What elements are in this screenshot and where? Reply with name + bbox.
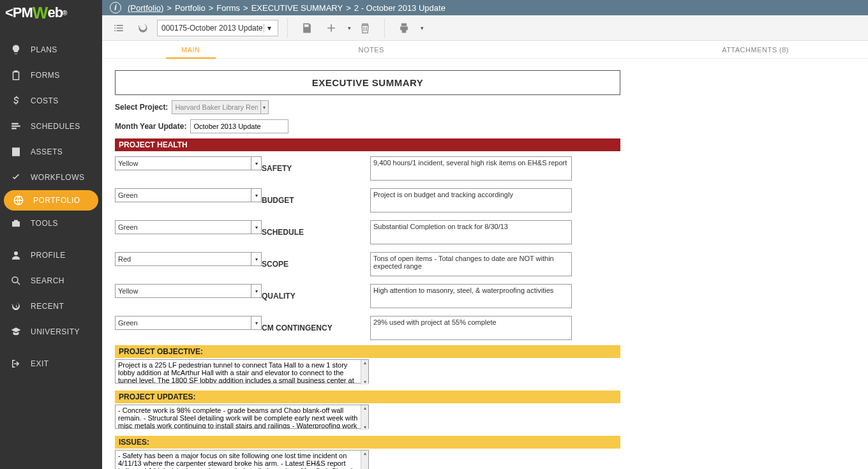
graduation-icon — [9, 325, 23, 339]
svg-point-1 — [14, 251, 18, 255]
nav-costs[interactable]: COSTS — [0, 88, 102, 114]
breadcrumb-bar: i (Portfolio) > Portfolio > Forms > EXEC… — [0, 0, 868, 15]
nav-label: TOOLS — [31, 219, 58, 228]
nav-label: PORTFOLIO — [33, 196, 80, 205]
list-view-button[interactable] — [108, 18, 129, 38]
nav-label: SEARCH — [31, 276, 64, 285]
health-scope-note[interactable]: Tons of open items - Total changes to da… — [370, 252, 572, 276]
dropdown-icon: ▾ — [251, 316, 261, 329]
health-cm-note[interactable]: 29% used with project at 55% complete — [370, 316, 572, 340]
nav-label: UNIVERSITY — [31, 327, 80, 336]
month-year-input[interactable] — [190, 119, 288, 133]
health-quality-combo[interactable]: Yellow▾ — [115, 284, 262, 298]
nav-profile[interactable]: PROFILE — [0, 242, 102, 268]
toolbox-icon — [9, 216, 23, 230]
health-budget-note[interactable]: Project is on budget and tracking accord… — [370, 188, 572, 212]
search-icon — [9, 274, 23, 288]
health-schedule-label: SCHEDULE — [262, 228, 370, 237]
history-icon — [9, 299, 23, 313]
health-safety-label: SAFETY — [262, 164, 370, 173]
section-project-health: PROJECT HEALTH — [115, 138, 620, 151]
health-schedule-note[interactable]: Substantial Completion on track for 8/30… — [370, 220, 572, 244]
record-value: 000175-October 2013 Update — [161, 24, 263, 33]
updates-textarea-wrap: ▴▾ — [115, 405, 369, 431]
tab-bar: MAIN NOTES ATTACHMENTS (8) — [102, 41, 868, 59]
health-scope-label: SCOPE — [262, 260, 370, 269]
info-icon[interactable]: i — [110, 2, 121, 13]
scrollbar[interactable]: ▴▾ — [361, 450, 368, 469]
select-project-combo[interactable]: Harvard Baker Library Renov ▾ — [172, 100, 269, 114]
scrollbar[interactable]: ▴▾ — [361, 405, 368, 430]
nav-recent[interactable]: RECENT — [0, 294, 102, 319]
breadcrumb-root[interactable]: (Portfolio) — [128, 3, 163, 13]
health-cm-combo[interactable]: Green▾ — [115, 316, 262, 330]
dropdown-icon: ▾ — [251, 157, 261, 170]
health-grid: Yellow▾ SAFETY 9,400 hours/1 incident, s… — [115, 156, 620, 340]
dollar-icon — [9, 94, 23, 108]
nav-label: FORMS — [31, 71, 60, 80]
print-button[interactable] — [394, 18, 414, 38]
nav-exit[interactable]: EXIT — [0, 351, 102, 376]
add-button[interactable] — [321, 18, 341, 38]
form-content: EXECUTIVE SUMMARY Select Project: Harvar… — [102, 59, 868, 469]
breadcrumb-part[interactable]: Portfolio — [175, 3, 206, 13]
main-panel: 000175-October 2013 Update ▾ ▾ ▾ MAIN NO… — [102, 15, 868, 469]
bars-icon — [9, 119, 23, 133]
tab-main[interactable]: MAIN — [166, 41, 216, 58]
nav-schedules[interactable]: SCHEDULES — [0, 114, 102, 139]
health-budget-combo[interactable]: Green▾ — [115, 188, 262, 202]
health-cm-label: CM CONTINGENCY — [262, 324, 370, 332]
nav-label: PROFILE — [31, 251, 66, 260]
form-title: EXECUTIVE SUMMARY — [115, 70, 620, 95]
select-project-label: Select Project: — [115, 103, 168, 112]
dropdown-icon: ▾ — [251, 285, 261, 297]
building-icon — [9, 145, 23, 159]
save-button[interactable] — [297, 18, 317, 38]
health-quality-note[interactable]: High attention to masonry, steel, & wate… — [370, 284, 572, 308]
nav-label: SCHEDULES — [31, 122, 80, 131]
health-quality-label: QUALITY — [262, 292, 370, 301]
exit-icon — [9, 357, 23, 371]
tab-notes[interactable]: NOTES — [343, 41, 400, 58]
nav-label: PLANS — [31, 45, 57, 54]
dropdown-icon: ▾ — [251, 221, 261, 234]
add-dropdown-icon[interactable]: ▾ — [348, 25, 351, 31]
health-safety-combo[interactable]: Yellow▾ — [115, 156, 262, 170]
nav-workflows[interactable]: WORKFLOWS — [0, 165, 102, 190]
objective-textarea[interactable] — [115, 359, 369, 383]
scrollbar[interactable]: ▴▾ — [361, 360, 368, 385]
nav-portfolio[interactable]: PORTFOLIO — [4, 190, 98, 211]
breadcrumb-part[interactable]: Forms — [216, 3, 240, 13]
section-issues: ISSUES: — [115, 436, 620, 449]
issues-textarea-wrap: ▴▾ — [115, 450, 369, 469]
updates-textarea[interactable] — [115, 405, 369, 429]
dropdown-icon: ▾ — [251, 189, 261, 202]
nav-assets[interactable]: ASSETS — [0, 139, 102, 165]
delete-button[interactable] — [355, 18, 375, 38]
nav-label: ASSETS — [31, 147, 63, 156]
nav-search[interactable]: SEARCH — [0, 268, 102, 294]
nav-label: RECENT — [31, 302, 64, 311]
dropdown-icon: ▾ — [264, 24, 274, 33]
tab-attachments[interactable]: ATTACHMENTS (8) — [707, 41, 804, 58]
user-icon — [9, 248, 23, 262]
health-scope-combo[interactable]: Red▾ — [115, 252, 262, 266]
nav-university[interactable]: UNIVERSITY — [0, 319, 102, 345]
issues-textarea[interactable] — [115, 450, 369, 469]
print-dropdown-icon[interactable]: ▾ — [421, 25, 424, 31]
nav-forms[interactable]: FORMS — [0, 63, 102, 88]
history-button[interactable] — [133, 18, 153, 38]
section-project-objective: PROJECT OBJECTIVE: — [115, 345, 620, 358]
dropdown-icon: ▾ — [251, 253, 261, 265]
nav-plans[interactable]: PLANS — [0, 37, 102, 63]
nav-label: WORKFLOWS — [31, 173, 85, 182]
dropdown-icon: ▾ — [260, 101, 269, 114]
sidebar: <PMWeb® PLANS FORMS COSTS SCHEDULES ASSE… — [0, 15, 102, 469]
health-safety-note[interactable]: 9,400 hours/1 incident, several high ris… — [370, 156, 572, 181]
breadcrumb-part[interactable]: EXECUTIVE SUMMARY — [251, 3, 343, 13]
record-selector[interactable]: 000175-October 2013 Update ▾ — [157, 20, 278, 36]
health-schedule-combo[interactable]: Green▾ — [115, 220, 262, 234]
nav-tools[interactable]: TOOLS — [0, 211, 102, 236]
toolbar: 000175-October 2013 Update ▾ ▾ ▾ — [102, 15, 868, 41]
nav-label: EXIT — [31, 359, 49, 368]
